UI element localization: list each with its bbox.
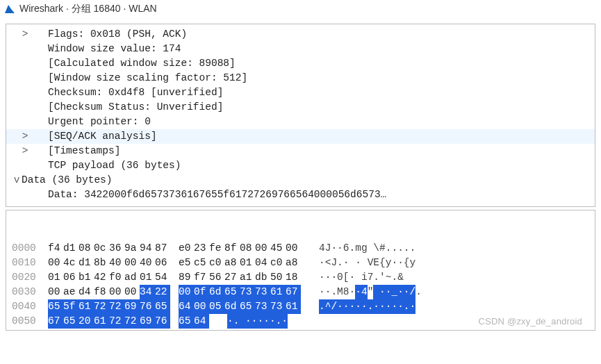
hex-byte[interactable]: 40 [140, 256, 155, 270]
hex-byte[interactable]: a8 [224, 256, 240, 270]
hex-byte[interactable]: 00 [194, 299, 209, 314]
hex-byte[interactable]: 67 [48, 314, 63, 329]
tree-row[interactable]: Data: 3422000f6d6573736167655f6172726976… [6, 188, 595, 202]
hex-byte[interactable]: 18 [286, 270, 301, 285]
hex-byte[interactable]: 56 [209, 270, 224, 285]
hex-byte[interactable]: 61 [270, 285, 286, 299]
hex-byte[interactable]: 00 [124, 285, 140, 299]
hex-row[interactable]: 0040655f6172726976656400056d65737361.^/·… [6, 299, 595, 314]
hex-byte[interactable]: 23 [194, 241, 209, 256]
hex-byte[interactable]: a8 [286, 256, 301, 270]
caret-down-icon[interactable]: v [12, 173, 22, 188]
hex-byte[interactable]: 72 [124, 314, 140, 329]
hex-byte[interactable]: 4c [63, 256, 79, 270]
hex-byte[interactable]: 22 [155, 285, 170, 299]
hex-row[interactable]: 00200106b142f0ad015489f75627a1db5018···0… [6, 270, 595, 285]
hex-byte[interactable]: 6d [209, 285, 224, 299]
hex-byte[interactable]: 01 [240, 256, 255, 270]
hex-byte[interactable]: 65 [240, 299, 255, 314]
hex-byte[interactable]: 76 [140, 299, 155, 314]
hex-byte[interactable]: 45 [270, 241, 286, 256]
hex-byte[interactable]: db [255, 270, 270, 285]
hex-byte[interactable]: b1 [79, 270, 94, 285]
hex-byte[interactable]: ae [63, 285, 79, 299]
hex-byte[interactable]: 89 [179, 270, 194, 285]
hex-row[interactable]: 0010004cd18b40004006e5c5c0a80104c0a8·<J.… [6, 256, 595, 270]
hex-byte[interactable]: 01 [140, 270, 155, 285]
hex-byte[interactable]: a1 [240, 270, 255, 285]
hex-bytes[interactable]: 0106b142f0ad015489f75627a1db5018 [48, 270, 301, 285]
hex-byte[interactable]: 40 [109, 256, 124, 270]
hex-byte[interactable]: 05 [209, 299, 224, 314]
hex-byte[interactable]: 00 [179, 285, 194, 299]
hex-byte[interactable]: 65 [224, 285, 240, 299]
hex-byte[interactable]: 67 [286, 285, 301, 299]
hex-row[interactable]: 0000f4d1080c369a9487e023fe8f080045004J··… [6, 241, 595, 256]
hex-bytes[interactable]: 655f6172726976656400056d65737361 [48, 299, 301, 314]
tree-row[interactable]: >[SEQ/ACK analysis] [6, 129, 595, 144]
hex-byte[interactable]: 06 [155, 256, 170, 270]
hex-byte[interactable]: c0 [209, 256, 224, 270]
hex-byte[interactable]: 69 [124, 299, 140, 314]
hex-byte[interactable]: ad [124, 270, 140, 285]
hex-byte[interactable]: 0c [94, 241, 109, 256]
hex-byte[interactable]: c5 [194, 256, 209, 270]
hex-byte[interactable]: 20 [79, 314, 94, 329]
caret-right-icon[interactable]: > [20, 144, 30, 158]
tree-row[interactable]: >[Timestamps] [6, 144, 595, 158]
hex-byte[interactable]: 0f [194, 285, 209, 299]
hex-bytes[interactable]: 004cd18b40004006e5c5c0a80104c0a8 [48, 256, 301, 270]
hex-byte[interactable]: 72 [109, 314, 124, 329]
hex-byte[interactable]: f8 [94, 285, 109, 299]
hex-byte[interactable]: 08 [79, 241, 94, 256]
hex-byte[interactable]: 72 [94, 299, 109, 314]
hex-byte[interactable]: 34 [140, 285, 155, 299]
hex-byte[interactable]: 61 [286, 299, 301, 314]
hex-byte[interactable]: f7 [194, 270, 209, 285]
hex-row[interactable]: 005067652061727269766564·. ·····.· [6, 314, 595, 329]
tree-row[interactable]: >Flags: 0x018 (PSH, ACK) [6, 27, 595, 42]
hex-byte[interactable]: 9a [124, 241, 140, 256]
packet-details-pane[interactable]: >Flags: 0x018 (PSH, ACK) Window size val… [6, 24, 595, 207]
hex-byte[interactable]: 8f [224, 241, 240, 256]
hex-byte[interactable]: f4 [48, 241, 63, 256]
hex-byte[interactable]: 65 [48, 299, 63, 314]
hex-byte[interactable]: 61 [94, 314, 109, 329]
hex-byte[interactable]: d1 [63, 241, 79, 256]
hex-byte[interactable]: 73 [255, 299, 270, 314]
hex-byte[interactable]: 76 [155, 314, 170, 329]
hex-byte[interactable]: 5f [63, 299, 79, 314]
hex-byte[interactable]: 00 [48, 285, 63, 299]
hex-byte[interactable]: d1 [79, 256, 94, 270]
hex-byte[interactable]: 65 [179, 314, 194, 329]
hex-byte[interactable]: 94 [140, 241, 155, 256]
hex-byte[interactable]: 50 [270, 270, 286, 285]
hex-bytes[interactable]: 00aed4f800003422000f6d6573736167 [48, 285, 301, 299]
hex-byte[interactable]: 64 [179, 299, 194, 314]
hex-byte[interactable]: 72 [109, 299, 124, 314]
packet-bytes-pane[interactable]: CSDN @zxy_de_android 0000f4d1080c369a948… [6, 210, 595, 331]
hex-byte[interactable]: 61 [79, 299, 94, 314]
hex-byte[interactable]: 87 [155, 241, 170, 256]
packet-details-tree[interactable]: >Flags: 0x018 (PSH, ACK) Window size val… [6, 24, 595, 206]
hex-byte[interactable]: 27 [224, 270, 240, 285]
hex-byte[interactable]: f0 [109, 270, 124, 285]
hex-byte[interactable]: 73 [240, 285, 255, 299]
tree-row[interactable]: vData (36 bytes) [6, 173, 595, 188]
hex-byte[interactable]: d4 [79, 285, 94, 299]
hex-byte[interactable]: 6d [224, 299, 240, 314]
hex-bytes[interactable]: f4d1080c369a9487e023fe8f08004500 [48, 241, 301, 256]
hex-byte[interactable]: 00 [286, 241, 301, 256]
hex-byte[interactable]: 04 [255, 256, 270, 270]
hex-byte[interactable]: fe [209, 241, 224, 256]
hex-byte[interactable]: 08 [240, 241, 255, 256]
hex-byte[interactable]: 69 [140, 314, 155, 329]
hex-byte[interactable]: 36 [109, 241, 124, 256]
hex-byte[interactable]: 00 [124, 256, 140, 270]
hex-byte[interactable]: 06 [63, 270, 79, 285]
hex-byte[interactable]: 00 [48, 256, 63, 270]
hex-bytes[interactable]: 67652061727269766564 [48, 314, 209, 329]
hex-byte[interactable]: 73 [255, 285, 270, 299]
hex-byte[interactable]: 54 [155, 270, 170, 285]
hex-byte[interactable]: 65 [155, 299, 170, 314]
